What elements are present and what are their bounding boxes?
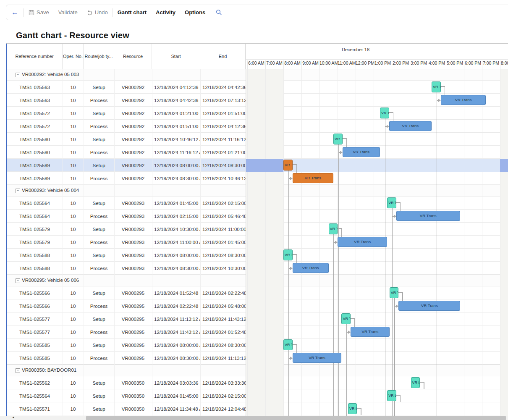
cell-oper: 10 <box>63 352 84 365</box>
gantt-bar-setup[interactable]: VR T <box>283 339 293 350</box>
selected-row-band <box>283 159 500 172</box>
gantt-bar-setup[interactable]: VR T <box>341 313 351 324</box>
timeline-hour-tick <box>482 60 482 69</box>
menu-item-activity[interactable]: Activity <box>151 5 180 20</box>
gantt-bar-setup[interactable]: VR T <box>283 249 293 260</box>
cell-start: 12/18/2024 11:16:12 AM <box>154 146 200 159</box>
timeline-hour-label: 12:00 PM <box>356 60 374 66</box>
menu-label: Options <box>185 9 205 16</box>
gantt-bar-setup[interactable]: VR L <box>387 390 396 401</box>
nonworking-shade-morning <box>246 69 283 416</box>
connector-line <box>338 144 339 416</box>
dependency-arrow <box>394 215 396 218</box>
gantt-bar-process[interactable]: VR Trans <box>389 121 432 131</box>
cell-resource: VR000293 <box>114 249 152 262</box>
cell-start: 12/18/2024 01:21:00 PM <box>154 107 200 120</box>
cell-job-type: Setup <box>84 159 114 172</box>
timeline-hour-label: 5:00 PM <box>446 60 464 66</box>
search-button[interactable] <box>210 5 228 20</box>
gantt-bar-process[interactable]: VR Trans <box>398 301 460 311</box>
gantt-bar-setup[interactable]: VR T <box>283 160 293 171</box>
gantt-bar-setup[interactable]: VR L <box>411 377 420 388</box>
cell-ref: TMS1-025572 <box>7 120 63 133</box>
gantt-bar-process[interactable]: VR Trans <box>351 327 390 337</box>
menu-item-gantt-chart[interactable]: Gantt chart <box>113 5 151 20</box>
scroll-left-icon[interactable]: ◄ <box>12 416 15 419</box>
group-collapse-icon[interactable]: − <box>16 278 20 283</box>
cell-end: 12/18/2024 05:48:00 PM <box>202 299 246 312</box>
cell-ref: TMS1-025572 <box>7 107 63 120</box>
cell-ref: TMS1-025564 <box>7 389 63 402</box>
gantt-bar-setup[interactable]: VR T <box>390 287 399 298</box>
cell-job-type: Process <box>84 120 114 133</box>
group-label: VR000293: Vehicle 05 004 <box>22 188 79 193</box>
gantt-bar-setup[interactable]: VR T <box>329 223 338 234</box>
group-label: VR000292: Vehicle 05 003 <box>22 72 79 77</box>
cell-oper: 10 <box>63 262 84 275</box>
save-icon <box>29 10 34 16</box>
cell-job-type: Setup <box>84 402 114 415</box>
group-collapse-icon[interactable]: − <box>16 368 20 373</box>
cell-end: 12/18/2024 10:30:00 AM <box>202 262 246 275</box>
column-divider <box>152 69 152 416</box>
cell-end: 12/18/2024 03:33:36 PM <box>202 376 246 389</box>
cell-start: 12/18/2024 11:34:48 AM <box>154 402 200 415</box>
scrollbar-thumb[interactable] <box>86 416 506 420</box>
search-icon <box>216 9 222 16</box>
undo-button[interactable]: Undo <box>82 5 113 20</box>
cell-oper: 10 <box>63 159 84 172</box>
column-header-route-job-ty-[interactable]: Route/job ty... <box>84 44 114 69</box>
cell-resource: VR000293 <box>114 262 152 275</box>
cell-oper: 10 <box>63 286 84 299</box>
connector-line <box>333 234 334 416</box>
undo-label: Undo <box>95 9 108 16</box>
cell-resource: VR000295 <box>114 312 152 326</box>
menu-item-options[interactable]: Options <box>180 5 210 20</box>
cell-ref: TMS1-025577 <box>7 326 63 339</box>
cell-resource: VR000295 <box>114 299 152 312</box>
cell-start: 12/18/2024 08:30:00 AM <box>154 352 200 365</box>
column-header-oper-no-[interactable]: Oper. No. <box>63 44 84 69</box>
gantt-bar-process[interactable]: VR Trans <box>343 147 380 157</box>
cell-end: 12/18/2024 11:00:00 AM <box>202 223 246 236</box>
cell-ref: TMS1-025588 <box>7 249 63 262</box>
gantt-bar-process[interactable]: VR Trans <box>293 263 329 273</box>
cell-start: 12/18/2024 08:30:00 AM <box>154 262 200 275</box>
timeline-hour-label: 6:00 AM <box>247 60 265 66</box>
hour-gridline <box>283 69 284 416</box>
gantt-bar-setup[interactable]: VR L <box>348 403 357 414</box>
gantt-bar-process[interactable]: VR Trans <box>338 237 387 247</box>
column-header-start[interactable]: Start <box>152 44 200 69</box>
gantt-bar-setup[interactable]: VR T <box>387 197 396 208</box>
gantt-bar-setup[interactable]: VR T <box>380 108 389 118</box>
gantt-bar-process[interactable]: VR Trans <box>293 353 342 363</box>
cell-end: 12/18/2024 11:43:12 AM <box>202 312 246 326</box>
group-collapse-icon[interactable]: − <box>16 73 20 77</box>
connector-line <box>402 292 403 302</box>
cell-ref: TMS1-025589 <box>7 159 63 172</box>
column-header-end[interactable]: End <box>200 44 246 69</box>
hour-gridline <box>247 69 248 416</box>
gantt-bar-process[interactable]: VR Trans <box>293 173 334 183</box>
pane-divider <box>246 44 246 416</box>
timeline-day-label: December 18 <box>330 47 381 52</box>
connector-line <box>354 318 355 328</box>
cell-job-type: Process <box>84 236 114 249</box>
connector-line <box>361 408 361 415</box>
cell-ref: TMS1-025585 <box>7 352 63 365</box>
validate-button[interactable]: Validate <box>54 5 82 20</box>
gantt-bar-process[interactable]: VR Trans <box>441 95 486 105</box>
group-collapse-icon[interactable]: − <box>16 189 20 193</box>
cell-oper: 10 <box>63 402 84 415</box>
gantt-bar-process[interactable]: VR Trans <box>396 211 460 221</box>
cell-start: 12/18/2024 01:45:00 PM <box>154 389 200 402</box>
gantt-bar-setup[interactable]: VR T <box>333 134 343 144</box>
save-button[interactable]: Save <box>24 5 54 20</box>
cell-oper: 10 <box>63 172 84 185</box>
column-header-reference-number[interactable]: Reference number <box>7 44 63 69</box>
back-button[interactable]: ← <box>6 8 24 17</box>
timeline-hour-tick <box>500 60 500 69</box>
cell-end: 12/18/2024 04:42:36 PM <box>202 81 246 94</box>
column-header-resource[interactable]: Resource <box>114 44 152 69</box>
gantt-bar-setup[interactable]: VR T <box>432 81 441 92</box>
